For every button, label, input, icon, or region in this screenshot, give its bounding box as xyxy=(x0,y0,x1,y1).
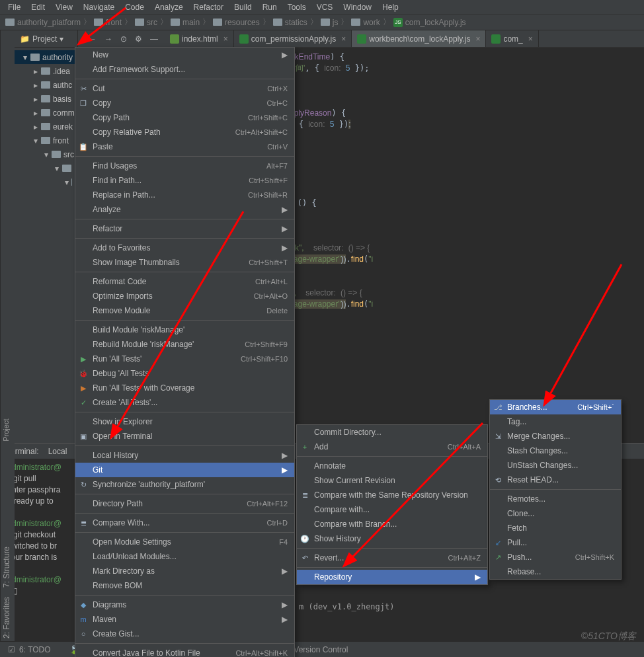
tool-window-project-tab[interactable]: 1: Project xyxy=(0,30,15,453)
menu-item-run-all-tests[interactable]: ▶Run 'All Tests'Ctrl+Shift+F10 xyxy=(75,352,294,366)
menu-item-find-in-path[interactable]: Find in Path...Ctrl+Shift+F xyxy=(75,173,294,188)
menu-item-maven[interactable]: mMaven▶ xyxy=(75,612,294,627)
tree-item[interactable]: ▾ xyxy=(15,175,77,189)
menu-item-mark-directory-as[interactable]: Mark Directory as▶ xyxy=(75,564,294,578)
tree-item[interactable]: ▾front xyxy=(15,134,77,147)
menu-item-remove-module[interactable]: Remove ModuleDelete xyxy=(75,303,294,318)
menu-item-diagrams[interactable]: ◆Diagrams▶ xyxy=(75,598,294,612)
editor-tab[interactable]: workbench\com_lockApply.js× xyxy=(352,30,486,48)
menu-item-push[interactable]: ↗Push...Ctrl+Shift+K xyxy=(490,550,621,564)
menu-item-open-module-settings[interactable]: Open Module SettingsF4 xyxy=(75,535,294,549)
menu-analyze[interactable]: Analyze xyxy=(151,1,187,13)
menu-item-copy[interactable]: ❐CopyCtrl+C xyxy=(75,96,294,110)
tree-item[interactable]: ▸comm xyxy=(15,106,77,120)
menu-code[interactable]: Code xyxy=(121,1,148,13)
menu-item-analyze[interactable]: Analyze▶ xyxy=(75,202,294,217)
menu-window[interactable]: Window xyxy=(339,1,376,13)
menu-item-tag[interactable]: Tag... xyxy=(490,414,621,429)
menu-item-debug-all-tests[interactable]: 🐞Debug 'All Tests' xyxy=(75,366,294,381)
menu-item-add-to-favorites[interactable]: Add to Favorites▶ xyxy=(75,241,294,255)
breadcrumb-item[interactable]: resources xyxy=(212,18,261,27)
editor-tab[interactable]: index.html× xyxy=(165,30,234,48)
menu-tools[interactable]: Tools xyxy=(284,1,310,13)
breadcrumb-item[interactable]: src xyxy=(134,18,159,27)
menu-item-merge-changes[interactable]: ⇲Merge Changes... xyxy=(490,429,621,444)
menu-build[interactable]: Build xyxy=(230,1,256,13)
menu-item-compare-with[interactable]: ≣Compare With...Ctrl+D xyxy=(75,516,294,530)
terminal-tab-local[interactable]: Local xyxy=(48,447,67,456)
menu-item-show-image-thumbnails[interactable]: Show Image ThumbnailsCtrl+Shift+T xyxy=(75,255,294,270)
menu-item-directory-path[interactable]: Directory PathCtrl+Alt+F12 xyxy=(75,496,294,511)
menu-item-rebuild-module-riskmanage[interactable]: Rebuild Module 'riskManage'Ctrl+Shift+F9 xyxy=(75,337,294,352)
menu-item-remotes[interactable]: Remotes... xyxy=(490,492,621,506)
menu-item-fetch[interactable]: Fetch xyxy=(490,521,621,535)
menu-item-reset-head[interactable]: ⟲Reset HEAD... xyxy=(490,473,621,487)
close-tab-icon[interactable]: × xyxy=(526,34,533,44)
menu-item-compare-with-the-same-repository-version[interactable]: ≣Compare with the Same Repository Versio… xyxy=(297,488,487,502)
menu-item-clone[interactable]: Clone... xyxy=(490,506,621,521)
menu-item-create-gist[interactable]: ○Create Gist... xyxy=(75,627,294,641)
menu-item-new[interactable]: New▶ xyxy=(75,48,294,62)
tree-item[interactable]: ▾src xyxy=(15,147,77,161)
menu-item-find-usages[interactable]: Find UsagesAlt+F7 xyxy=(75,159,294,173)
tree-item[interactable]: ▸basis xyxy=(15,92,77,106)
tree-item[interactable]: ▸authc xyxy=(15,78,77,92)
menu-item-refactor[interactable]: Refactor▶ xyxy=(75,221,294,236)
menu-item-copy-relative-path[interactable]: Copy Relative PathCtrl+Alt+Shift+C xyxy=(75,125,294,139)
menu-item-remove-bom[interactable]: Remove BOM xyxy=(75,578,294,593)
close-tab-icon[interactable]: × xyxy=(473,34,480,44)
menu-item-convert-java-file-to-kotlin-file[interactable]: Convert Java File to Kotlin FileCtrl+Alt… xyxy=(75,646,294,657)
menu-view[interactable]: View xyxy=(52,1,77,13)
menu-item-replace-in-path[interactable]: Replace in Path...Ctrl+Shift+R xyxy=(75,188,294,202)
close-tab-icon[interactable]: × xyxy=(339,34,346,44)
breadcrumb-item[interactable]: work xyxy=(350,18,381,27)
favorites-tab[interactable]: 2: Favorites xyxy=(2,597,13,638)
minimize-icon[interactable]: — xyxy=(150,34,158,44)
bottom-tool-6--todo[interactable]: ☑6: TODO xyxy=(4,644,55,656)
tree-item[interactable]: ▾ xyxy=(15,161,77,175)
menu-item-create-all-tests[interactable]: ✓Create 'All Tests'... xyxy=(75,395,294,410)
menu-item-add-framework-support[interactable]: Add Framework Support... xyxy=(75,62,294,77)
gear-icon[interactable]: ⚙ xyxy=(135,34,142,44)
menu-item-stash-changes[interactable]: Stash Changes... xyxy=(490,444,621,458)
editor-tab[interactable]: com_permissionApply.js× xyxy=(234,30,352,48)
menu-item-paste[interactable]: 📋PasteCtrl+V xyxy=(75,139,294,154)
tree-item[interactable]: ▸.idea xyxy=(15,64,77,78)
menu-item-cut[interactable]: ✂CutCtrl+X xyxy=(75,81,294,96)
breadcrumb-item[interactable]: js xyxy=(319,18,340,27)
menu-item-unstash-changes[interactable]: UnStash Changes... xyxy=(490,458,621,473)
menu-item-run-all-tests-with-coverage[interactable]: ▶Run 'All Tests' with Coverage xyxy=(75,381,294,395)
tree-item[interactable]: ▾authority xyxy=(15,50,77,64)
menu-item-show-current-revision[interactable]: Show Current Revision xyxy=(297,473,487,488)
menu-item-local-history[interactable]: Local History▶ xyxy=(75,448,294,463)
menu-vcs[interactable]: VCS xyxy=(313,1,337,13)
tree-item[interactable]: ▸eurek xyxy=(15,120,77,134)
menu-item-repository[interactable]: Repository▶ xyxy=(297,570,487,584)
menu-item-reformat-code[interactable]: Reformat CodeCtrl+Alt+L xyxy=(75,274,294,289)
project-tree[interactable]: ▾authority▸.idea▸authc▸basis▸comm▸eurek▾… xyxy=(15,48,77,192)
menu-item-load-unload-modules[interactable]: Load/Unload Modules... xyxy=(75,549,294,564)
menu-navigate[interactable]: Navigate xyxy=(79,1,118,13)
menu-item-git[interactable]: Git▶ xyxy=(75,463,294,477)
menu-item-annotate[interactable]: Annotate xyxy=(297,459,487,473)
project-view-selector[interactable]: 📁 Project ▾ xyxy=(20,34,63,44)
menu-item-commit-directory[interactable]: Commit Directory... xyxy=(297,425,487,440)
forward-icon[interactable]: → xyxy=(104,34,112,44)
menu-edit[interactable]: Edit xyxy=(27,1,49,13)
menu-item-revert[interactable]: ↶Revert...Ctrl+Alt+Z xyxy=(297,551,487,565)
menu-item-pull[interactable]: ↙Pull... xyxy=(490,535,621,550)
menu-item-compare-with-branch[interactable]: Compare with Branch... xyxy=(297,517,487,531)
menu-item-copy-path[interactable]: Copy PathCtrl+Shift+C xyxy=(75,110,294,125)
menu-item-add[interactable]: +AddCtrl+Alt+A xyxy=(297,440,487,454)
menu-item-rebase[interactable]: Rebase... xyxy=(490,564,621,579)
menu-refactor[interactable]: Refactor xyxy=(190,1,227,13)
breadcrumb-item[interactable]: front xyxy=(93,18,123,27)
menu-item-synchronize-authority-platform[interactable]: ↻Synchronize 'authority_platform' xyxy=(75,477,294,492)
breadcrumb-item[interactable]: JScom_lockApply.js xyxy=(392,18,467,27)
menu-item-optimize-imports[interactable]: Optimize ImportsCtrl+Alt+O xyxy=(75,289,294,303)
breadcrumb-item[interactable]: main xyxy=(169,18,201,27)
menu-help[interactable]: Help xyxy=(378,1,403,13)
editor-tab[interactable]: com_× xyxy=(486,30,538,48)
menu-run[interactable]: Run xyxy=(259,1,281,13)
structure-tab[interactable]: 7: Structure xyxy=(2,547,13,588)
